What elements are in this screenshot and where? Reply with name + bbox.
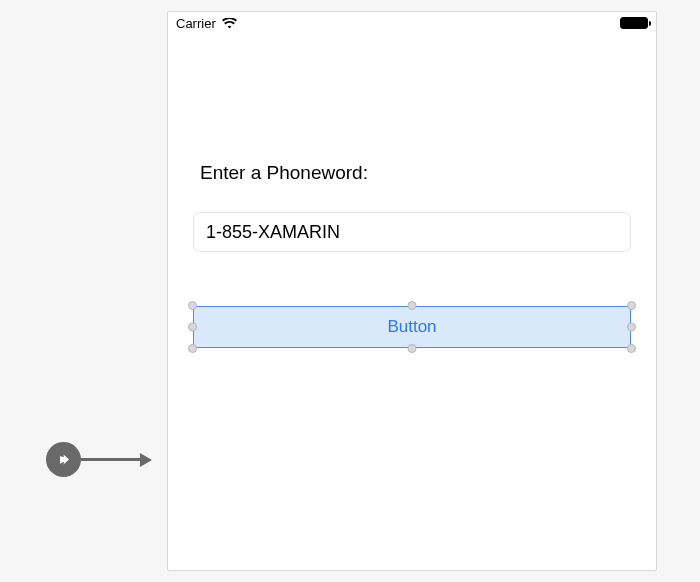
selection-handle[interactable] xyxy=(188,301,197,310)
selection-handle[interactable] xyxy=(627,344,636,353)
selection-handle[interactable] xyxy=(627,323,636,332)
button-label: Button xyxy=(387,317,436,337)
arrow-head-icon xyxy=(140,453,152,467)
battery-icon xyxy=(620,17,648,29)
drag-origin-icon xyxy=(46,442,81,477)
drag-indicator-arrow xyxy=(46,442,152,477)
arrow-line xyxy=(79,458,141,461)
status-bar-left: Carrier xyxy=(176,16,237,31)
selection-handle[interactable] xyxy=(188,323,197,332)
phoneword-heading: Enter a Phoneword: xyxy=(200,162,656,184)
selection-handle[interactable] xyxy=(627,301,636,310)
ios-simulator-frame: Carrier Enter a Phoneword: Button xyxy=(167,11,657,571)
status-bar: Carrier xyxy=(168,12,656,34)
main-form: Enter a Phoneword: Button xyxy=(168,34,656,348)
phoneword-input[interactable] xyxy=(193,212,631,252)
wifi-icon xyxy=(222,18,237,29)
translate-button[interactable]: Button xyxy=(193,306,631,348)
selection-handle[interactable] xyxy=(188,344,197,353)
selection-handle[interactable] xyxy=(408,301,417,310)
carrier-label: Carrier xyxy=(176,16,216,31)
selection-handle[interactable] xyxy=(408,344,417,353)
button-selection-wrapper[interactable]: Button xyxy=(193,306,631,348)
